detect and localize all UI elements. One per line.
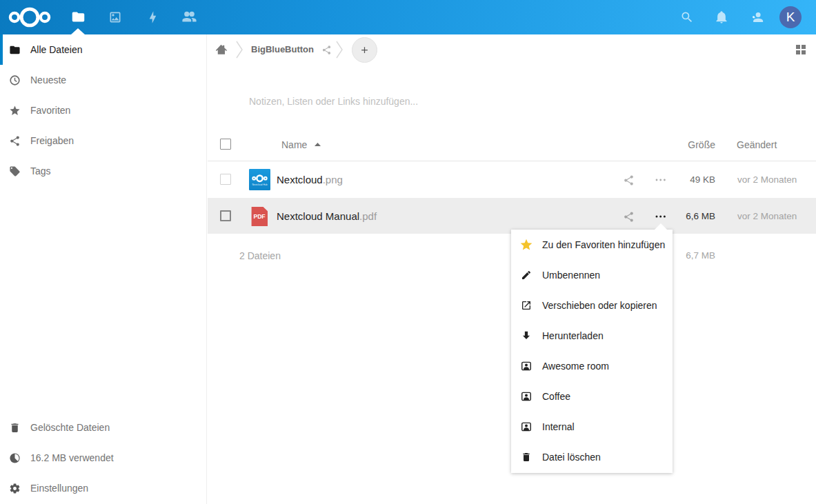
svg-text:PDF: PDF — [253, 213, 265, 220]
svg-text:Nextcloud Hub: Nextcloud Hub — [252, 183, 267, 186]
